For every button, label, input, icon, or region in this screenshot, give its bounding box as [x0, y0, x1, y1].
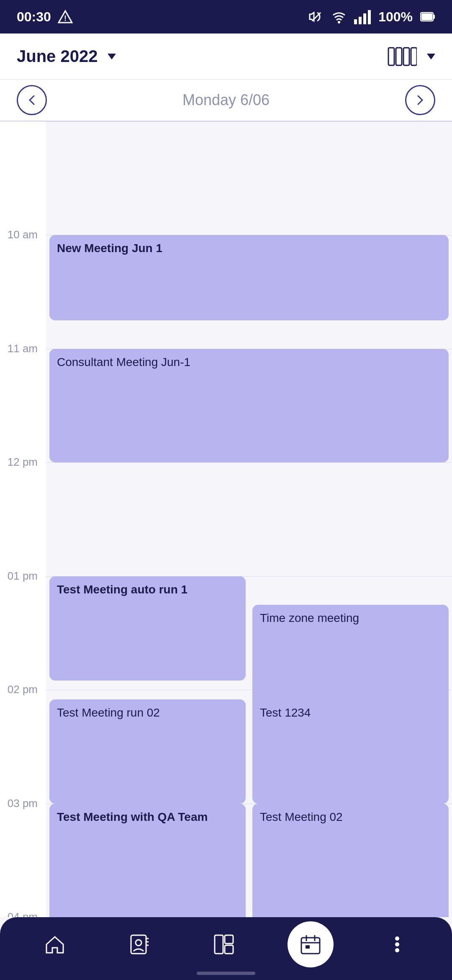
- events-column: New Meeting Jun 1Consultant Meeting Jun-…: [46, 121, 452, 917]
- calendar-icon: [300, 934, 321, 955]
- svg-rect-12: [396, 48, 402, 65]
- svg-rect-7: [368, 10, 371, 24]
- date-nav-row: Monday 6/06: [0, 80, 452, 121]
- svg-text:!: !: [64, 14, 67, 23]
- status-bar: 00:30 ! 100%: [0, 0, 452, 34]
- month-title-text: June 2022: [17, 47, 98, 66]
- svg-rect-27: [306, 945, 310, 949]
- battery-icon: [420, 9, 435, 24]
- apps-icon: [213, 934, 235, 955]
- svg-rect-15: [131, 935, 146, 954]
- svg-rect-14: [411, 48, 417, 65]
- warning-icon: !: [58, 9, 73, 24]
- nav-more[interactable]: [376, 923, 418, 965]
- grid-view-icon[interactable]: [388, 47, 417, 66]
- svg-rect-11: [388, 48, 394, 65]
- month-title-container[interactable]: June 2022: [17, 47, 116, 66]
- wifi-icon: [331, 9, 347, 24]
- home-indicator: [197, 972, 255, 975]
- svg-rect-13: [403, 48, 409, 65]
- prev-day-button[interactable]: [17, 85, 47, 115]
- time-column: 10 am11 am12 pm01 pm02 pm03 pm04 pm: [0, 121, 46, 917]
- time-label: 12 pm: [8, 456, 38, 469]
- month-header: June 2022: [0, 34, 452, 80]
- view-dropdown-caret: [427, 54, 435, 59]
- event-block[interactable]: New Meeting Jun 1: [49, 235, 449, 320]
- svg-rect-9: [421, 13, 432, 20]
- hour-line: [46, 121, 452, 122]
- nav-apps[interactable]: [203, 923, 245, 965]
- svg-point-28: [395, 936, 399, 941]
- svg-rect-22: [225, 945, 233, 954]
- month-dropdown-caret: [108, 54, 116, 59]
- status-time: 00:30: [17, 9, 51, 25]
- event-block[interactable]: Test Meeting run 02: [49, 699, 246, 804]
- home-icon: [44, 934, 66, 955]
- hour-line: [46, 462, 452, 463]
- battery-label: 100%: [378, 9, 413, 25]
- svg-point-29: [395, 942, 399, 946]
- svg-point-3: [338, 21, 340, 23]
- calendar-body: 10 am11 am12 pm01 pm02 pm03 pm04 pm New …: [0, 121, 452, 917]
- event-block[interactable]: Test Meeting 02: [252, 804, 449, 917]
- event-block[interactable]: Test 1234: [252, 699, 449, 804]
- nav-calendar[interactable]: [288, 921, 334, 967]
- svg-rect-4: [354, 19, 357, 24]
- svg-rect-21: [225, 935, 233, 944]
- bottom-navigation: [0, 917, 452, 980]
- svg-point-30: [395, 948, 399, 952]
- current-date-label: Monday 6/06: [182, 91, 270, 109]
- svg-point-16: [136, 940, 141, 946]
- nav-home[interactable]: [34, 923, 76, 965]
- event-block[interactable]: Consultant Meeting Jun-1: [49, 349, 449, 462]
- month-view-controls[interactable]: [388, 47, 435, 66]
- time-label: 11 am: [8, 342, 38, 355]
- mute-icon: [309, 9, 324, 24]
- event-block[interactable]: Test Meeting with QA Team: [49, 804, 246, 917]
- time-label: 04 pm: [8, 910, 38, 917]
- next-day-button[interactable]: [405, 85, 435, 115]
- time-label: 03 pm: [8, 797, 38, 810]
- more-icon: [386, 934, 408, 955]
- svg-rect-20: [215, 935, 223, 954]
- svg-rect-5: [359, 17, 362, 24]
- time-label: 01 pm: [8, 570, 38, 583]
- time-label: 02 pm: [8, 683, 38, 696]
- svg-rect-23: [301, 938, 320, 954]
- time-label: 10 am: [8, 228, 38, 241]
- status-right: 100%: [309, 9, 435, 25]
- svg-rect-10: [433, 15, 435, 19]
- event-block[interactable]: Test Meeting auto run 1: [49, 576, 246, 681]
- status-left: 00:30 !: [17, 9, 73, 25]
- contacts-icon: [128, 934, 150, 955]
- svg-rect-6: [363, 13, 366, 24]
- signal-icon: [354, 9, 371, 24]
- nav-contacts[interactable]: [118, 923, 160, 965]
